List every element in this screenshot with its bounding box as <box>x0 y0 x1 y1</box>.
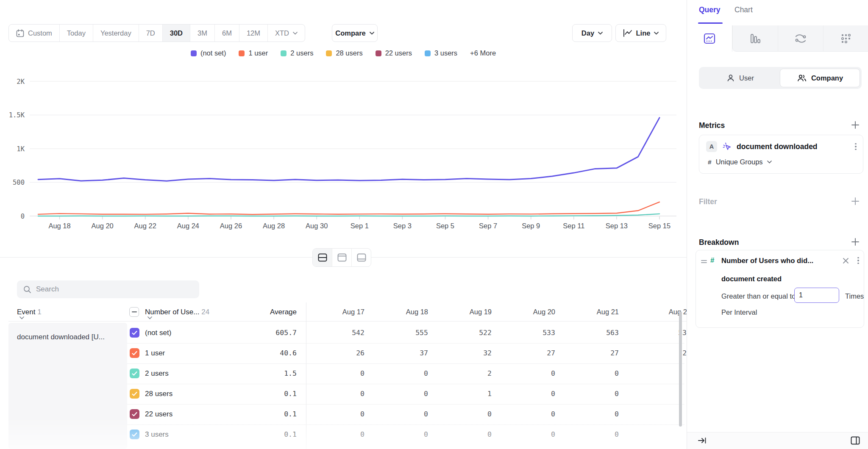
range-option-today[interactable]: Today <box>60 25 93 42</box>
series-checkbox[interactable] <box>130 430 139 439</box>
data-cell: 0 <box>301 390 364 398</box>
add-filter-button[interactable] <box>851 197 860 206</box>
split-panel-icon[interactable] <box>851 436 860 445</box>
metric-menu-button[interactable] <box>852 142 860 151</box>
breakdown-condition-label: Greater than or equal to <box>721 292 796 300</box>
average-header-label: Average <box>270 308 297 316</box>
date-column-header[interactable]: Aug 21 <box>555 308 619 316</box>
event-spark-icon <box>722 142 732 152</box>
x-axis-tick-label: Sep 1 <box>351 222 369 230</box>
chevron-down-icon <box>598 32 603 35</box>
metric-card[interactable]: A document downloaded # Unique Groups <box>699 135 863 174</box>
range-option-7d[interactable]: 7D <box>139 25 163 42</box>
chart-type-flow-tab[interactable] <box>778 25 823 52</box>
x-axis-tick-label: Sep 9 <box>522 222 540 230</box>
x-axis-tick-label: Sep 11 <box>563 222 584 230</box>
search-input[interactable]: Search <box>17 280 199 298</box>
vertical-scrollbar[interactable] <box>679 311 682 427</box>
data-cell: 542 <box>301 329 364 337</box>
tab-chart[interactable]: Chart <box>734 6 753 14</box>
tab-query[interactable]: Query <box>699 6 721 14</box>
date-column-header[interactable]: Aug 19 <box>428 308 492 316</box>
line-chart[interactable]: 05001K1.5K2KAug 18Aug 20Aug 22Aug 24Aug … <box>0 55 687 237</box>
data-cell: 27 <box>492 349 555 357</box>
x-axis-tick-label: Aug 30 <box>306 222 328 230</box>
add-breakdown-button[interactable] <box>851 237 860 247</box>
date-column-header[interactable]: Aug 18 <box>364 308 428 316</box>
range-option-custom[interactable]: Custom <box>9 25 60 42</box>
x-axis-tick-label: Sep 15 <box>648 222 670 230</box>
data-cell: 37 <box>364 349 428 357</box>
data-cell: 0 <box>555 430 619 438</box>
metric-letter-badge: A <box>706 141 717 152</box>
check-icon <box>132 412 137 416</box>
breakdown-menu-button[interactable] <box>854 256 862 265</box>
y-axis-tick-label: 2K <box>17 78 25 86</box>
select-all-checkbox[interactable] <box>129 307 139 317</box>
event-cell[interactable] <box>8 323 127 449</box>
line-chart-icon <box>623 29 632 37</box>
average-column-header[interactable]: Average <box>233 308 297 316</box>
entity-company-option[interactable]: Company <box>780 69 860 87</box>
x-axis-tick-label: Aug 18 <box>48 222 70 230</box>
chevron-down-icon <box>293 32 298 35</box>
aggregation-label: Unique Groups <box>716 158 763 166</box>
chart-type-dropdown[interactable]: Line <box>615 24 666 42</box>
x-axis-tick-label: Aug 20 <box>92 222 114 230</box>
calendar-icon <box>16 29 24 37</box>
breakdown-card[interactable]: # Number of Users who did... document cr… <box>696 250 864 328</box>
series-label: 28 users <box>145 390 172 398</box>
check-icon <box>132 331 137 335</box>
series-checkbox[interactable] <box>130 369 139 378</box>
drag-handle-icon[interactable] <box>701 259 707 264</box>
chart-type-more-tab[interactable] <box>823 25 868 52</box>
series-label: (not set) <box>145 329 171 337</box>
data-cell: 0 <box>492 369 555 377</box>
range-option-12m[interactable]: 12M <box>239 25 268 42</box>
check-icon <box>132 432 137 437</box>
breakdown-event-name: document created <box>721 275 782 283</box>
interval-dropdown[interactable]: Day <box>572 24 612 42</box>
range-option-yesterday[interactable]: Yesterday <box>93 25 139 42</box>
date-column-header[interactable]: Aug 17 <box>301 308 364 316</box>
chart-series-line[interactable] <box>38 202 659 214</box>
average-value: 40.6 <box>233 349 297 357</box>
event-count: 1 <box>37 308 41 316</box>
series-checkbox[interactable] <box>130 409 139 419</box>
entity-user-option[interactable]: User <box>701 69 780 87</box>
hash-icon: # <box>708 158 712 166</box>
aggregation-dropdown[interactable]: # Unique Groups <box>708 158 772 166</box>
times-value-input[interactable] <box>794 288 839 303</box>
chart-series-line[interactable] <box>38 118 659 181</box>
data-cell: 1 <box>428 390 492 398</box>
range-label: 30D <box>170 29 183 37</box>
average-value: 0.1 <box>233 410 297 418</box>
chart-type-line-tab[interactable] <box>687 25 732 52</box>
range-option-30d[interactable]: 30D <box>163 25 190 42</box>
layout-table-only-button[interactable] <box>352 249 371 266</box>
breakdown-hash-icon: # <box>710 256 714 265</box>
compare-button[interactable]: Compare <box>332 24 378 42</box>
add-metric-button[interactable] <box>851 120 860 130</box>
range-option-3m[interactable]: 3M <box>190 25 215 42</box>
chart-type-bar-tab[interactable] <box>732 25 778 52</box>
data-cell: 533 <box>492 329 555 337</box>
series-checkbox[interactable] <box>130 348 139 358</box>
average-value: 1.5 <box>233 369 297 377</box>
close-icon[interactable] <box>843 258 849 264</box>
series-checkbox[interactable] <box>130 328 139 338</box>
range-option-6m[interactable]: 6M <box>215 25 239 42</box>
range-option-xtd[interactable]: XTD <box>268 25 305 42</box>
layout-split-view-button[interactable] <box>313 249 332 266</box>
layout-chart-only-button[interactable] <box>332 249 352 266</box>
average-value: 605.7 <box>233 329 297 337</box>
collapse-panel-icon[interactable] <box>698 437 707 444</box>
series-checkbox[interactable] <box>130 389 139 399</box>
series-column-header[interactable]: Number of Use... 24 <box>145 308 209 319</box>
date-column-header[interactable]: Aug 20 <box>492 308 555 316</box>
event-column-header[interactable]: Event 1 <box>17 308 42 319</box>
more-charts-tab-icon <box>840 33 851 44</box>
x-axis-tick-label: Sep 7 <box>479 222 497 230</box>
data-cell: 2 <box>428 369 492 377</box>
series-label: 3 users <box>145 430 169 439</box>
